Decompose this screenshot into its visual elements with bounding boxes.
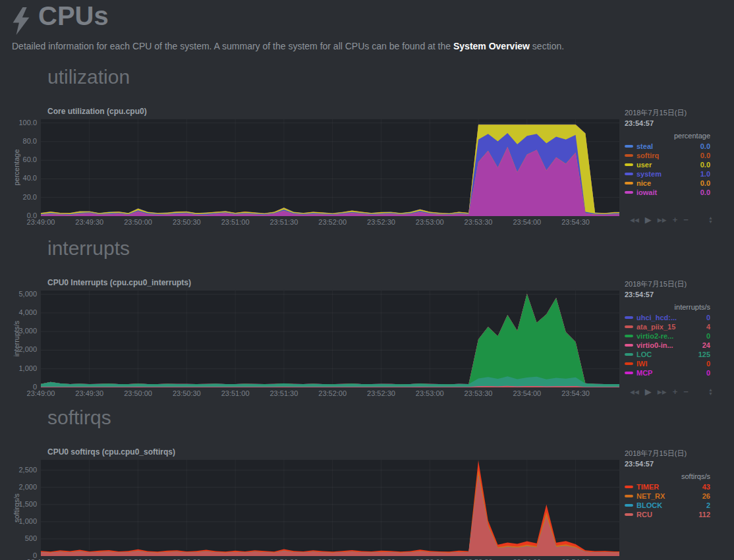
y-tick-label: 100.0	[0, 119, 37, 126]
legend-label: TIMER	[636, 483, 702, 491]
legend-swatch	[625, 191, 633, 194]
legend-item-system[interactable]: system1.0	[625, 169, 710, 179]
chart-canvas-softirqs[interactable]	[41, 460, 619, 556]
legend-item-virtio0-in...[interactable]: virtio0-in...24	[625, 341, 710, 350]
play-button[interactable]: ▶	[645, 215, 652, 225]
legend-value: 0	[706, 332, 710, 340]
resize-handle[interactable]: ▲ ▼	[708, 388, 713, 396]
bolt-icon	[11, 7, 31, 35]
forward-button[interactable]: ▶▶	[658, 215, 667, 225]
y-tick-label: 1,000	[0, 517, 37, 525]
x-tick-label: 23:49:00	[14, 218, 67, 226]
y-tick-label: 80.0	[0, 137, 37, 145]
legend-label: LOC	[636, 350, 698, 358]
legend-swatch	[625, 504, 633, 507]
legend-label: nice	[636, 179, 700, 187]
section-utilization: utilization Core utilization (cpu.cpu0) …	[0, 66, 734, 238]
section-heading-softirqs: softirqs	[47, 406, 111, 429]
y-tick-label: 5,000	[0, 290, 37, 298]
rewind-button[interactable]: ◀◀	[630, 215, 639, 225]
y-tick-label: 2,000	[0, 483, 37, 491]
legend-swatch	[625, 163, 633, 166]
section-heading-interrupts: interrupts	[47, 237, 130, 260]
legend-value: 0.0	[700, 161, 710, 169]
y-tick-label: 1,000	[0, 364, 37, 372]
legend-value: 2	[706, 501, 710, 509]
legend-item-RCU[interactable]: RCU112	[625, 510, 710, 519]
legend-item-IWI[interactable]: IWI0	[625, 359, 710, 368]
legend-swatch	[625, 344, 633, 347]
x-tick-label: 23:49:30	[63, 218, 116, 226]
x-tick-label: 23:51:30	[258, 218, 310, 226]
x-tick-label: 23:53:30	[452, 389, 505, 397]
chart-title: CPU0 softirqs (cpu.cpu0_softirqs)	[47, 447, 175, 457]
x-tick-label: 23:52:30	[354, 218, 407, 226]
legend-item-MCP[interactable]: MCP0	[625, 368, 710, 378]
resize-handle[interactable]: ▲ ▼	[708, 216, 713, 224]
legend-label: virtio0-in...	[636, 341, 702, 349]
legend-item-TIMER[interactable]: TIMER43	[625, 482, 710, 491]
x-tick-label: 23:53:30	[452, 218, 505, 226]
chart-canvas-interrupts[interactable]	[41, 291, 619, 387]
x-tick-label: 23:49:30	[63, 389, 116, 397]
legend-item-nice[interactable]: nice0.0	[625, 179, 710, 188]
legend-label: virtio2-re...	[636, 332, 706, 340]
legend-value: 0	[706, 369, 710, 377]
zoom-in-button[interactable]: +	[673, 387, 678, 397]
system-overview-link[interactable]: System Overview	[453, 41, 530, 51]
legend-item-NET_RX[interactable]: NET_RX26	[625, 491, 710, 501]
zoom-in-button[interactable]: +	[673, 215, 678, 225]
chart-toolbar: ◀◀ ▶ ▶▶ + −	[630, 215, 689, 225]
legend-item-user[interactable]: user0.0	[625, 160, 710, 169]
legend-label: BLOCK	[636, 501, 706, 509]
legend-label: NET_RX	[636, 492, 702, 500]
chart-toolbar: ◀◀ ▶ ▶▶ + −	[630, 387, 689, 397]
legend-label: IWI	[636, 360, 706, 368]
legend-value: 4	[706, 323, 710, 331]
legend-item-iowait[interactable]: iowait0.0	[625, 188, 710, 197]
x-tick-label: 23:53:00	[403, 218, 456, 226]
legend-label: MCP	[636, 369, 706, 377]
page-description: Detailed information for each CPU of the…	[12, 41, 564, 51]
legend-swatch	[625, 353, 633, 356]
legend-value: 1.0	[700, 170, 710, 178]
legend-item-uhci_hcd:...[interactable]: uhci_hcd:...0	[625, 313, 710, 322]
x-tick-label: 23:49:00	[14, 389, 67, 397]
legend-label: uhci_hcd:...	[636, 314, 706, 322]
play-button[interactable]: ▶	[645, 387, 652, 397]
chart-legend: 2018年7月15日(日) 23:54:57 softirqs/s TIMER4…	[625, 449, 710, 519]
legend-value: 0.0	[700, 142, 710, 150]
zoom-out-button[interactable]: −	[683, 387, 689, 397]
description-text-before: Detailed information for each CPU of the…	[12, 41, 453, 51]
x-tick-label: 23:52:00	[306, 218, 359, 226]
legend-date: 2018年7月15日(日)	[625, 108, 710, 118]
legend-swatch	[625, 182, 633, 184]
legend-label: iowait	[636, 188, 700, 196]
legend-value: 43	[702, 483, 710, 491]
legend-time: 23:54:57	[625, 119, 710, 127]
legend-item-virtio2-re...[interactable]: virtio2-re...0	[625, 331, 710, 341]
forward-button[interactable]: ▶▶	[658, 387, 667, 397]
legend-item-ata_piix_15[interactable]: ata_piix_154	[625, 322, 710, 331]
chart-canvas-utilization[interactable]	[41, 119, 619, 216]
zoom-out-button[interactable]: −	[683, 215, 689, 225]
x-tick-label: 23:51:00	[209, 389, 262, 397]
legend-value: 0	[706, 360, 710, 368]
legend-item-BLOCK[interactable]: BLOCK2	[625, 501, 710, 510]
y-tick-label: 1,500	[0, 500, 37, 508]
legend-value: 0.0	[700, 188, 710, 196]
rewind-button[interactable]: ◀◀	[630, 387, 639, 397]
legend-swatch	[625, 154, 633, 157]
legend-item-steal[interactable]: steal0.0	[625, 142, 710, 151]
legend-label: steal	[636, 142, 700, 150]
legend-unit: softirqs/s	[625, 472, 710, 480]
legend-item-LOC[interactable]: LOC125	[625, 350, 710, 359]
description-text-after: section.	[530, 41, 564, 51]
legend-item-softirq[interactable]: softirq0.0	[625, 151, 710, 160]
chart-title: Core utilization (cpu.cpu0)	[47, 107, 147, 116]
legend-swatch	[625, 145, 633, 148]
x-tick-label: 23:50:00	[112, 218, 165, 226]
legend-swatch	[625, 335, 633, 337]
legend-swatch	[625, 513, 633, 516]
legend-time: 23:54:57	[625, 460, 710, 468]
